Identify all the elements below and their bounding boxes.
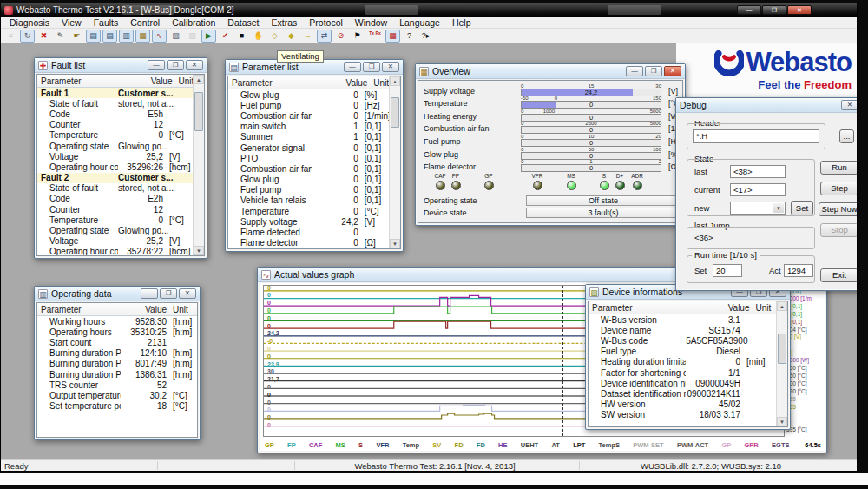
legend-gp[interactable]: GP (721, 441, 731, 449)
overview-titlebar[interactable]: ▦ Overview — ❐ ✕ (416, 64, 685, 79)
menu-language[interactable]: Language (394, 17, 445, 28)
table-row[interactable]: Working hours9528:30[h:m] (37, 316, 197, 327)
vertical-scrollbar[interactable]: ▲▼ (193, 75, 204, 255)
scroll-up-icon[interactable]: ▲ (194, 75, 204, 84)
table-row[interactable]: Temperature0[°C] (37, 215, 193, 225)
maximize-button[interactable]: ❐ (762, 5, 786, 15)
legend-pwm-set[interactable]: PWM-SET (633, 441, 663, 449)
overview-maximize-button[interactable]: ❐ (645, 66, 662, 76)
table-row[interactable]: Generator signal0[0,1] (228, 142, 389, 153)
no-entry-icon[interactable]: ⊘ (333, 30, 348, 43)
table-row[interactable]: Set temperature poten...18[°C] (37, 401, 197, 412)
graph-time-cursor[interactable] (562, 286, 563, 436)
table-row[interactable]: Voltage25,2[V] (37, 151, 193, 162)
fault-list-close-button[interactable]: ✕ (186, 60, 203, 70)
graph-window-icon[interactable]: ∿ (152, 30, 167, 43)
table-row[interactable]: Counter12 (37, 120, 193, 130)
table-row[interactable]: Burning duration PH 1...124:10[h:m] (37, 348, 197, 359)
table-row[interactable]: Combustion air fan0[0,1] (228, 163, 389, 174)
table-row[interactable]: W-Bus code5A5CF85A3900 (589, 335, 776, 346)
column-header[interactable]: Unit (167, 305, 197, 314)
parameter-list-maximize-button[interactable]: ❐ (363, 62, 380, 72)
parameter-list-close-button[interactable]: ✕ (382, 62, 399, 72)
table-row[interactable]: State of faultstored, not a... (37, 98, 193, 109)
table-row[interactable]: Temperature0[°C] (228, 206, 389, 216)
close-button[interactable]: ✕ (787, 5, 812, 15)
table-row[interactable]: PTO0[0,1] (228, 153, 389, 163)
check-icon[interactable]: ✔ (218, 30, 233, 43)
flag-icon[interactable]: ⚑ (350, 30, 365, 43)
table-row[interactable]: Fuel typeDiesel (589, 347, 776, 357)
table-row[interactable]: Operating hours35310:25[h:m] (37, 327, 197, 337)
table-row[interactable]: Output temperature30,2[°C] (37, 390, 197, 400)
scroll-down-icon[interactable]: ▼ (390, 239, 400, 248)
operating-data-minimize-button[interactable]: — (141, 288, 158, 299)
legend-he[interactable]: HE (498, 441, 507, 449)
table-row[interactable]: CodeE2h (37, 194, 193, 204)
column-header[interactable]: Parameter (37, 305, 121, 314)
overview-minimize-button[interactable]: — (626, 66, 643, 76)
settings-hand-icon[interactable]: ☛ (69, 30, 84, 43)
menu-window[interactable]: Window (350, 17, 392, 28)
fault-list-minimize-button[interactable]: — (148, 60, 165, 70)
operating-data-close-button[interactable]: ✕ (179, 288, 196, 299)
scroll-down-icon[interactable]: ▼ (194, 246, 204, 255)
print-icon[interactable]: ≡ (3, 30, 18, 43)
stop-box-icon[interactable]: ■ (234, 30, 249, 43)
edit-icon[interactable]: ✎ (53, 30, 68, 43)
table-row[interactable]: Glow plug0[0,1] (228, 175, 389, 185)
table-row[interactable]: Heating duration limitation0[min] (589, 357, 776, 367)
table-row[interactable]: Operating stateGlowing po... (37, 141, 193, 151)
menu-dataset[interactable]: Dataset (222, 17, 264, 28)
table-header[interactable]: ParameterValueUnit (228, 76, 400, 89)
debug-browse-button[interactable]: ... (839, 129, 854, 143)
table-row[interactable]: Factor for shortening of ve...1/1 (589, 367, 776, 378)
legend-fd[interactable]: FD (455, 441, 464, 449)
vertical-scrollbar[interactable]: ▲▼ (776, 301, 787, 426)
menu-calibration[interactable]: Calibration (167, 17, 220, 28)
table-row[interactable]: Temperature0[°C] (37, 130, 193, 141)
legend-at[interactable]: AT (551, 441, 559, 449)
operating-data-window-icon[interactable]: ▥ (119, 30, 134, 43)
legend-egts[interactable]: EGTS (772, 441, 789, 449)
menu-view[interactable]: View (56, 17, 87, 28)
legend-ueht[interactable]: UEHT (521, 441, 538, 449)
vertical-scrollbar[interactable]: ▲▼ (389, 76, 400, 248)
debug-titlebar[interactable]: Debug ✕ (676, 98, 857, 113)
menu-protocol[interactable]: Protocol (304, 17, 348, 28)
legend-caf[interactable]: CAF (309, 441, 322, 449)
table-row[interactable]: Glow plug0[%] (228, 89, 389, 100)
legend-fd[interactable]: FD (477, 441, 485, 449)
column-header[interactable]: Parameter (589, 303, 692, 313)
table-row[interactable]: Operating hour counter35296:26[hcm] (37, 162, 193, 172)
overview-window-icon[interactable]: ▦ (135, 30, 150, 43)
debug-new-dropdown[interactable]: ▼ (730, 202, 786, 215)
table-row[interactable]: Fuel pump0[Hz] (228, 100, 389, 110)
table-row[interactable]: main switch1[0,1] (228, 122, 389, 132)
menu-help[interactable]: Help (447, 17, 477, 28)
table-row[interactable]: Device nameSG1574 (589, 325, 776, 335)
debug-header-input[interactable]: *.H (693, 129, 819, 143)
legend-gp[interactable]: GP (265, 441, 274, 449)
txrx-icon[interactable]: Tx Rx (366, 30, 384, 43)
table-row[interactable]: Combustion air fan0[1/min] (228, 110, 389, 121)
overview-close-button[interactable]: ✕ (664, 66, 681, 76)
table-row[interactable]: Operating hour counter35278:22[hcm] (37, 247, 193, 255)
debug-set-button[interactable]: Set (791, 201, 813, 215)
parameter-list-window-icon[interactable]: ▤ (102, 30, 117, 43)
fault-list-titlebar[interactable]: ✚ Fault list — ❐ ✕ (35, 58, 207, 73)
table-row[interactable]: Fault 2Customer s... (37, 173, 193, 183)
legend-vfr[interactable]: VFR (376, 441, 389, 449)
dropdown-arrow-icon[interactable]: ▼ (773, 203, 784, 213)
table-row[interactable]: Counter12 (37, 204, 193, 215)
context-help-icon[interactable]: ?▸ (418, 30, 433, 43)
table-row[interactable]: TRS counter52 (37, 380, 197, 390)
table-header[interactable]: ParameterValueUnit (37, 75, 204, 88)
fault-list-window-icon[interactable]: ▤ (86, 30, 101, 43)
debug-run-button[interactable]: Run (820, 161, 857, 175)
scroll-up-icon[interactable]: ▲ (777, 301, 787, 311)
extra-window-icon[interactable]: ▨ (185, 30, 200, 43)
column-header[interactable]: Value (692, 303, 749, 313)
exchange-icon[interactable]: ⇄ (317, 30, 332, 43)
table-row[interactable]: Fuel pump0[0,1] (228, 185, 389, 195)
